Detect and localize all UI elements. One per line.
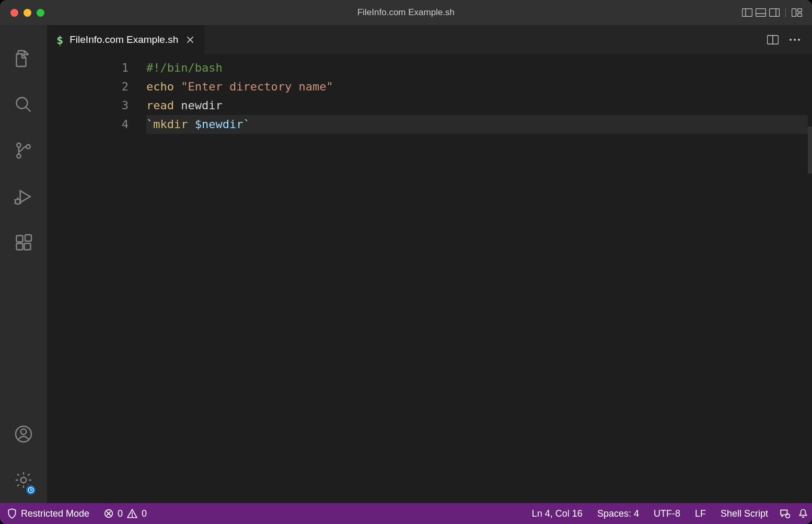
svg-point-40 <box>132 516 133 516</box>
window-minimize-button[interactable] <box>24 9 31 17</box>
svg-point-9 <box>17 98 28 109</box>
more-actions-icon[interactable] <box>788 33 802 47</box>
tab-label: FileInfo.com Example.sh <box>69 34 178 45</box>
activity-search[interactable] <box>0 82 47 128</box>
svg-point-26 <box>21 429 27 435</box>
workbench-body: $ FileInfo.com Example.sh 1234 <box>0 25 812 503</box>
settings-sync-badge-icon <box>25 484 37 496</box>
status-cursor-position[interactable]: Ln 4, Col 16 <box>525 503 590 524</box>
status-indentation[interactable]: Spaces: 4 <box>590 503 646 524</box>
svg-line-20 <box>20 203 21 204</box>
activity-accounts[interactable] <box>0 411 47 457</box>
line-number: 4 <box>47 115 129 134</box>
app-window: FileInfo.com Example.sh <box>0 0 812 524</box>
status-encoding[interactable]: UTF-8 <box>646 503 688 524</box>
line-number: 2 <box>47 77 129 96</box>
split-editor-icon[interactable] <box>766 33 780 47</box>
svg-point-12 <box>17 154 21 158</box>
status-notifications[interactable] <box>794 503 812 524</box>
svg-rect-0 <box>743 9 752 17</box>
svg-line-17 <box>15 200 16 201</box>
svg-rect-4 <box>770 9 780 17</box>
code-line[interactable]: `mkdir $newdir` <box>146 115 808 134</box>
text-editor[interactable]: 1234 #!/bin/bashecho "Enter directory na… <box>47 54 812 503</box>
status-language-mode[interactable]: Shell Script <box>713 503 775 524</box>
tab-close-button[interactable] <box>184 34 196 45</box>
line-number: 1 <box>47 59 129 77</box>
svg-line-19 <box>15 203 16 204</box>
status-feedback[interactable] <box>775 503 794 524</box>
status-eol[interactable]: LF <box>688 503 713 524</box>
code-line[interactable]: read newdir <box>146 96 808 115</box>
activity-run-debug[interactable] <box>0 174 47 220</box>
activity-source-control[interactable] <box>0 128 47 174</box>
activity-settings[interactable] <box>0 457 47 503</box>
minimap-slider[interactable] <box>808 127 812 174</box>
code-content[interactable]: #!/bin/bashecho "Enter directory name"re… <box>146 59 808 503</box>
svg-marker-14 <box>20 191 30 202</box>
titlebar-layout-controls <box>741 7 812 18</box>
line-number-gutter: 1234 <box>47 59 146 503</box>
toggle-panel-icon[interactable] <box>755 7 767 18</box>
minimap[interactable] <box>808 59 812 503</box>
window-title: FileInfo.com Example.sh <box>357 7 455 18</box>
line-number: 3 <box>47 96 129 115</box>
svg-rect-2 <box>756 9 766 17</box>
svg-rect-23 <box>25 244 31 250</box>
svg-point-35 <box>798 39 800 41</box>
status-bar: Restricted Mode 0 0 Ln 4, Col 16 Spaces:… <box>0 503 812 524</box>
svg-point-27 <box>21 477 27 483</box>
svg-point-13 <box>26 145 30 149</box>
code-line[interactable]: #!/bin/bash <box>146 59 808 77</box>
svg-point-33 <box>790 39 792 41</box>
activity-explorer[interactable] <box>0 36 47 82</box>
svg-rect-21 <box>17 236 23 242</box>
svg-point-41 <box>786 514 790 518</box>
activity-bar <box>0 25 47 503</box>
window-maximize-button[interactable] <box>37 9 44 17</box>
svg-point-34 <box>794 39 796 41</box>
titlebar: FileInfo.com Example.sh <box>0 0 812 25</box>
svg-rect-7 <box>798 9 802 12</box>
tabs-bar: $ FileInfo.com Example.sh <box>47 25 812 54</box>
editor-tab[interactable]: $ FileInfo.com Example.sh <box>47 25 205 54</box>
status-restricted-mode[interactable]: Restricted Mode <box>0 503 97 524</box>
toggle-primary-sidebar-icon[interactable] <box>741 7 753 18</box>
editor-area: $ FileInfo.com Example.sh 1234 <box>47 25 812 503</box>
svg-rect-22 <box>17 244 23 250</box>
svg-rect-6 <box>792 9 796 17</box>
customize-layout-icon[interactable] <box>791 7 803 18</box>
window-close-button[interactable] <box>10 9 18 17</box>
svg-rect-24 <box>25 235 31 241</box>
status-problems[interactable]: 0 0 <box>97 503 154 524</box>
svg-rect-8 <box>798 14 802 17</box>
svg-point-11 <box>17 143 21 147</box>
status-errors-count: 0 <box>118 508 123 519</box>
traffic-lights <box>0 9 44 17</box>
svg-line-18 <box>20 200 21 201</box>
file-type-shell-icon: $ <box>56 33 63 47</box>
svg-line-10 <box>26 107 31 112</box>
activity-extensions[interactable] <box>0 220 47 266</box>
editor-actions <box>766 25 812 54</box>
toggle-secondary-sidebar-icon[interactable] <box>769 7 780 18</box>
titlebar-separator <box>785 8 786 17</box>
status-restricted-label: Restricted Mode <box>21 508 89 519</box>
status-warnings-count: 0 <box>142 508 147 519</box>
code-line[interactable]: echo "Enter directory name" <box>146 77 808 96</box>
